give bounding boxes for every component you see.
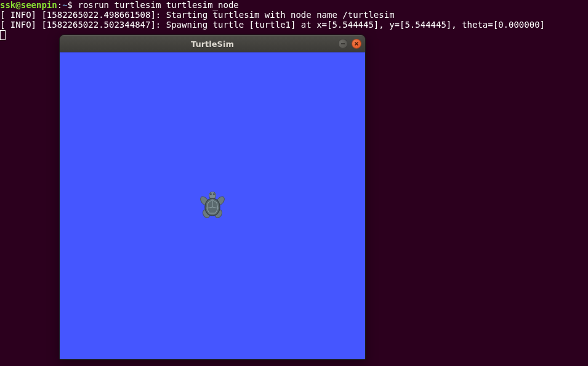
minimize-icon bbox=[340, 41, 345, 46]
output-line-2: [ INFO] [1582265022.502344847]: Spawning… bbox=[0, 20, 588, 30]
close-icon bbox=[354, 41, 359, 46]
prompt-user: ssk@seenpin bbox=[0, 0, 57, 10]
window-titlebar[interactable]: TurtleSim bbox=[60, 35, 365, 52]
prompt-line: ssk@seenpin:~$ rosrun turtlesim turtlesi… bbox=[0, 0, 588, 10]
command-text: rosrun turtlesim turtlesim_node bbox=[78, 0, 238, 10]
turtlesim-canvas bbox=[60, 52, 365, 359]
prompt-sep2: $ bbox=[68, 0, 78, 10]
svg-point-7 bbox=[209, 192, 216, 199]
close-button[interactable] bbox=[352, 39, 361, 49]
window-controls bbox=[338, 39, 361, 49]
svg-point-12 bbox=[210, 193, 211, 195]
minimize-button[interactable] bbox=[338, 39, 348, 49]
turtle-icon bbox=[198, 192, 227, 220]
prompt-path: ~ bbox=[62, 0, 67, 10]
output-line-1: [ INFO] [1582265022.498661508]: Starting… bbox=[0, 10, 588, 20]
svg-point-13 bbox=[213, 193, 214, 195]
turtlesim-window[interactable]: TurtleSim bbox=[59, 35, 366, 360]
cursor-icon bbox=[0, 30, 6, 40]
prompt-sep1: : bbox=[57, 0, 62, 10]
window-title: TurtleSim bbox=[60, 39, 365, 49]
